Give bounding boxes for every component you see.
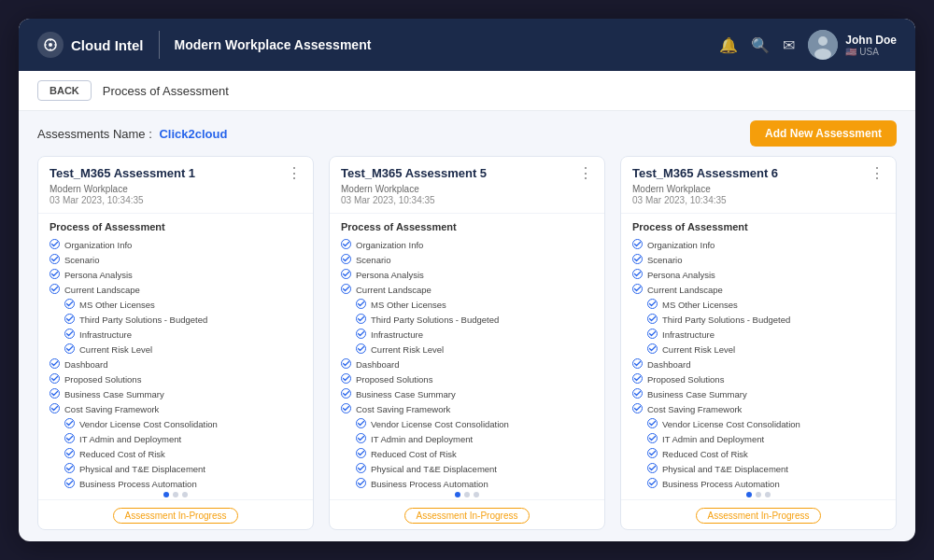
check-icon bbox=[647, 448, 658, 460]
process-item: Cost Saving Framework bbox=[50, 401, 302, 416]
check-icon bbox=[647, 343, 658, 356]
process-title-3: Process of Assessment bbox=[632, 221, 884, 232]
process-item: IT Admin and Deployment bbox=[341, 431, 593, 446]
check-icon bbox=[356, 299, 366, 311]
process-item: Third Party Solutions - Budgeted bbox=[632, 312, 884, 327]
process-item: Business Process Automation bbox=[50, 476, 302, 488]
header-divider bbox=[159, 31, 160, 59]
check-icon bbox=[341, 284, 351, 296]
process-item: Infrastructure bbox=[632, 327, 884, 342]
check-icon bbox=[632, 254, 643, 266]
process-item: Third Party Solutions - Budgeted bbox=[50, 312, 302, 327]
check-icon bbox=[64, 463, 75, 475]
check-icon bbox=[64, 343, 75, 356]
search-icon[interactable]: 🔍 bbox=[751, 36, 770, 54]
check-icon bbox=[647, 299, 658, 311]
check-icon bbox=[50, 269, 60, 281]
process-item: Reduced Cost of Risk bbox=[50, 446, 302, 461]
process-item: Scenario bbox=[341, 252, 593, 267]
process-item: Current Risk Level bbox=[341, 342, 593, 357]
svg-point-7 bbox=[818, 36, 828, 46]
check-icon bbox=[356, 329, 366, 341]
avatar bbox=[808, 30, 838, 60]
card-footer-1: Assessment In-Progress bbox=[38, 499, 313, 529]
card-header-3: Test_M365 Assessment 6 ⋮ Modern Workplac… bbox=[621, 157, 896, 214]
process-item: Scenario bbox=[632, 252, 884, 267]
user-name: John Doe bbox=[845, 34, 897, 47]
check-icon bbox=[341, 388, 351, 400]
check-icon bbox=[356, 418, 366, 430]
mail-icon[interactable]: ✉ bbox=[783, 36, 795, 54]
cards-area: Test_M365 Assessment 1 ⋮ Modern Workplac… bbox=[19, 156, 915, 541]
process-item: Dashboard bbox=[632, 357, 884, 371]
dot-inactive bbox=[756, 492, 761, 497]
process-item: Physical and T&E Displacement bbox=[341, 461, 593, 476]
flag-icon: 🇺🇸 bbox=[845, 47, 856, 57]
check-icon bbox=[647, 478, 658, 489]
process-title-1: Process of Assessment bbox=[50, 221, 302, 232]
card-footer-3: Assessment In-Progress bbox=[621, 499, 896, 529]
check-icon bbox=[64, 314, 75, 326]
dot-inactive bbox=[474, 492, 479, 497]
check-icon bbox=[341, 269, 351, 281]
check-icon bbox=[64, 329, 75, 341]
process-item: Current Landscape bbox=[341, 282, 593, 297]
process-item: Organization Info bbox=[341, 237, 593, 252]
card-1: Test_M365 Assessment 1 ⋮ Modern Workplac… bbox=[37, 156, 314, 530]
card-subtitle-1: Modern Workplace bbox=[50, 184, 302, 194]
check-icon bbox=[64, 448, 75, 460]
dot-inactive bbox=[464, 492, 470, 497]
svg-point-8 bbox=[814, 49, 831, 60]
card-body-1: Process of Assessment Organization Info bbox=[38, 214, 313, 488]
status-badge-1: Assessment In-Progress bbox=[113, 508, 239, 524]
card-menu-icon-2[interactable]: ⋮ bbox=[578, 164, 593, 182]
card-title-3: Test_M365 Assessment 6 bbox=[632, 166, 778, 182]
card-header-2: Test_M365 Assessment 5 ⋮ Modern Workplac… bbox=[330, 157, 604, 214]
check-icon bbox=[341, 373, 351, 385]
process-item: Dashboard bbox=[50, 357, 302, 371]
dot-inactive bbox=[182, 492, 188, 497]
process-list-3: Organization Info Scenario bbox=[632, 237, 884, 488]
check-icon bbox=[64, 418, 75, 430]
add-new-assessment-button[interactable]: Add New Assessment bbox=[750, 120, 897, 147]
check-icon bbox=[632, 269, 643, 281]
process-item: Current Landscape bbox=[632, 282, 884, 297]
card-footer-2: Assessment In-Progress bbox=[330, 499, 604, 529]
user-country: 🇺🇸 USA bbox=[845, 47, 897, 57]
process-item: Proposed Solutions bbox=[50, 371, 302, 386]
process-item: Vendor License Cost Consolidation bbox=[632, 416, 884, 431]
process-item: Cost Saving Framework bbox=[341, 401, 593, 416]
process-item: Dashboard bbox=[341, 357, 593, 371]
card-2: Test_M365 Assessment 5 ⋮ Modern Workplac… bbox=[329, 156, 605, 530]
check-icon bbox=[50, 239, 60, 251]
dot-active bbox=[746, 492, 752, 497]
card-menu-icon-1[interactable]: ⋮ bbox=[287, 164, 302, 182]
back-button[interactable]: BACK bbox=[37, 80, 92, 101]
check-icon bbox=[356, 433, 366, 445]
process-item: IT Admin and Deployment bbox=[50, 431, 302, 446]
check-icon bbox=[50, 388, 60, 400]
check-icon bbox=[50, 284, 60, 296]
check-icon bbox=[50, 373, 60, 385]
check-icon bbox=[632, 284, 643, 296]
bell-icon[interactable]: 🔔 bbox=[719, 36, 738, 54]
dot-active bbox=[455, 492, 460, 497]
process-item: Organization Info bbox=[50, 237, 302, 252]
check-icon bbox=[341, 403, 351, 415]
svg-point-1 bbox=[49, 43, 52, 47]
assessment-name-label: Assessments Name : Click2cloud bbox=[37, 127, 227, 141]
process-item: Infrastructure bbox=[341, 327, 593, 342]
process-item: Scenario bbox=[50, 252, 302, 267]
card-title-2: Test_M365 Assessment 5 bbox=[341, 166, 487, 182]
card-subtitle-3: Modern Workplace bbox=[632, 184, 884, 194]
user-info: John Doe 🇺🇸 USA bbox=[808, 30, 897, 60]
process-item: Persona Analysis bbox=[632, 267, 884, 282]
process-item: MS Other Licenses bbox=[341, 297, 593, 312]
user-name-area: John Doe 🇺🇸 USA bbox=[845, 34, 897, 57]
process-item: Business Case Summary bbox=[341, 386, 593, 401]
check-icon bbox=[341, 358, 351, 371]
process-item: Infrastructure bbox=[50, 327, 302, 342]
process-item: Proposed Solutions bbox=[341, 371, 593, 386]
logo-text: Cloud Intel bbox=[71, 37, 144, 53]
card-menu-icon-3[interactable]: ⋮ bbox=[870, 164, 884, 182]
